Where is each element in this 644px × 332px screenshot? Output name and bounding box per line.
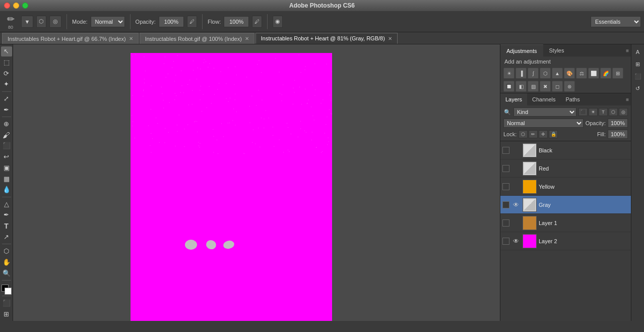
brush-options-btn[interactable]: ▼ — [21, 16, 33, 28]
exposure-icon[interactable]: ⬡ — [540, 68, 551, 79]
close-button[interactable] — [4, 3, 10, 9]
hand-tool[interactable]: ✋ — [1, 257, 12, 267]
fill-value[interactable]: 100% — [608, 130, 628, 139]
layer-kind-select[interactable]: Kind — [513, 107, 576, 117]
crop-tool[interactable]: ⤢ — [1, 94, 12, 104]
lock-pixels-icon[interactable]: ✏ — [529, 130, 538, 138]
layer-blend-select[interactable]: Normal — [503, 119, 584, 128]
blur-tool[interactable]: 💧 — [1, 185, 12, 195]
minimize-button[interactable] — [13, 3, 19, 9]
adj-collapse-btn[interactable]: ≡ — [626, 48, 629, 53]
lock-position-icon[interactable]: ✛ — [539, 130, 548, 138]
color-balance-icon[interactable]: ⚖ — [576, 68, 587, 79]
curves-icon[interactable]: ∫ — [528, 68, 539, 79]
layer-search-icon[interactable]: 🔍 — [503, 108, 511, 116]
filter-text-icon[interactable]: T — [599, 108, 608, 116]
magic-wand-tool[interactable]: ✦ — [1, 79, 12, 89]
invert-icon[interactable]: ◧ — [516, 81, 527, 92]
layer-gray-eye[interactable]: 👁 — [511, 200, 521, 209]
shape-tool[interactable]: ⬡ — [1, 246, 12, 256]
brush-toggle-btn[interactable]: ⬡ — [36, 16, 46, 28]
opacity-value[interactable]: 100% — [608, 119, 628, 128]
stamp-tool[interactable]: ⬛ — [1, 141, 12, 151]
opacity-pressure-btn[interactable]: 🖊 — [187, 16, 197, 28]
styles-tab[interactable]: Styles — [543, 44, 570, 57]
tab-0[interactable]: Instructables Robot + Heart.gif @ 66.7% … — [2, 33, 139, 44]
tab-0-close[interactable]: ✕ — [129, 36, 133, 41]
layers-panel-btn[interactable]: ⊞ — [632, 59, 643, 70]
zoom-tool[interactable]: 🔍 — [1, 268, 12, 278]
levels-icon[interactable]: ▐ — [516, 68, 527, 79]
channels-tab[interactable]: Channels — [527, 93, 560, 105]
brightness-contrast-icon[interactable]: ☀ — [503, 68, 514, 79]
flow-input[interactable]: 100% — [224, 16, 249, 27]
photo-filter-icon[interactable]: 🌈 — [600, 68, 611, 79]
mode-select[interactable]: Normal Multiply Screen — [91, 16, 125, 27]
bw-icon[interactable]: ⬜ — [588, 68, 599, 79]
styles-panel-btn[interactable]: ↺ — [632, 83, 643, 94]
filter-pixel-icon[interactable]: ⬛ — [578, 108, 588, 116]
tab-2[interactable]: Instructables Robot + Heart @ 81% (Gray,… — [255, 33, 398, 44]
layer-row-2[interactable]: 👁 Layer 2 — [500, 232, 631, 250]
eyedropper-tool[interactable]: ✒ — [1, 104, 12, 115]
layer-red-eye[interactable] — [511, 164, 521, 173]
layer-black-checkbox[interactable] — [502, 147, 509, 154]
healing-tool[interactable]: ⊕ — [1, 119, 12, 129]
hsl-icon[interactable]: 🎨 — [564, 68, 575, 79]
dodge-tool[interactable]: △ — [1, 199, 12, 209]
adj-panel-btn[interactable]: A — [632, 46, 643, 58]
workspace-select[interactable]: Essentials — [591, 16, 641, 27]
gradient-tool[interactable]: ▦ — [1, 174, 12, 184]
gradient-map-icon[interactable]: ◻ — [552, 81, 563, 92]
lock-all-icon[interactable]: 🔒 — [549, 130, 558, 138]
channel-mixer-icon[interactable]: ⊞ — [612, 68, 623, 79]
filter-smart-icon[interactable]: ◎ — [619, 108, 628, 116]
screen-mode-btn[interactable]: ⊞ — [1, 309, 12, 319]
layer-yellow-eye[interactable] — [511, 182, 521, 191]
layer-row-red[interactable]: Red — [500, 159, 631, 178]
tab-1-close[interactable]: ✕ — [245, 36, 249, 41]
text-tool[interactable]: T — [1, 221, 12, 231]
layer-1-eye[interactable] — [511, 218, 521, 228]
color-lookup-icon[interactable]: 🔲 — [503, 81, 514, 92]
layers-tab[interactable]: Layers — [500, 93, 527, 105]
brush-tool-left[interactable]: 🖌 — [1, 130, 12, 140]
filter-shape-icon[interactable]: ⬡ — [609, 108, 618, 116]
lasso-tool[interactable]: ⟳ — [1, 68, 12, 78]
tab-2-close[interactable]: ✕ — [388, 36, 392, 41]
layer-red-checkbox[interactable] — [502, 165, 509, 172]
path-tool[interactable]: ↗ — [1, 232, 12, 242]
opacity-input[interactable]: 100% — [159, 16, 184, 27]
history-brush-tool[interactable]: ↩ — [1, 152, 12, 162]
layer-row-yellow[interactable]: Yellow — [500, 178, 631, 196]
airbrush-btn[interactable]: ◉ — [273, 16, 283, 28]
eraser-tool[interactable]: ▣ — [1, 163, 12, 173]
maximize-button[interactable] — [22, 3, 28, 9]
tab-1[interactable]: Instructables Robot.gif @ 100% (Index) ✕ — [140, 33, 254, 44]
paths-tab[interactable]: Paths — [561, 93, 585, 105]
layer-row-gray[interactable]: 👁 Gray — [500, 196, 631, 214]
pressure-btn[interactable]: ◎ — [49, 16, 61, 28]
brush-tool[interactable]: ✏ 80 — [3, 14, 18, 30]
mask-mode-btn[interactable]: ⬛ — [1, 298, 12, 308]
foreground-color[interactable] — [2, 285, 12, 294]
pen-tool[interactable]: ✒ — [1, 210, 12, 220]
layer-2-checkbox[interactable] — [502, 238, 509, 245]
threshold-icon[interactable]: ✖ — [540, 81, 551, 92]
vibrance-icon[interactable]: ▲ — [552, 68, 563, 79]
swatches-panel-btn[interactable]: ⬛ — [632, 71, 643, 82]
filter-adj-icon[interactable]: ☀ — [589, 108, 598, 116]
layer-row-1[interactable]: Layer 1 — [500, 214, 631, 232]
layers-panel-collapse-btn[interactable]: ≡ — [626, 97, 629, 102]
adjustments-tab[interactable]: Adjustments — [500, 44, 543, 57]
posterize-icon[interactable]: ▨ — [528, 81, 539, 92]
layer-black-eye[interactable] — [511, 146, 521, 155]
main-canvas[interactable] — [131, 53, 332, 321]
layer-gray-checkbox[interactable] — [502, 201, 509, 208]
selective-color-icon[interactable]: ⊛ — [564, 81, 575, 92]
lock-transparent-icon[interactable]: ⬡ — [519, 130, 528, 138]
layer-row-black[interactable]: Black — [500, 141, 631, 159]
layer-2-eye[interactable]: 👁 — [511, 237, 521, 246]
marquee-tool[interactable]: ⬚ — [1, 58, 12, 68]
layer-1-checkbox[interactable] — [502, 219, 509, 227]
